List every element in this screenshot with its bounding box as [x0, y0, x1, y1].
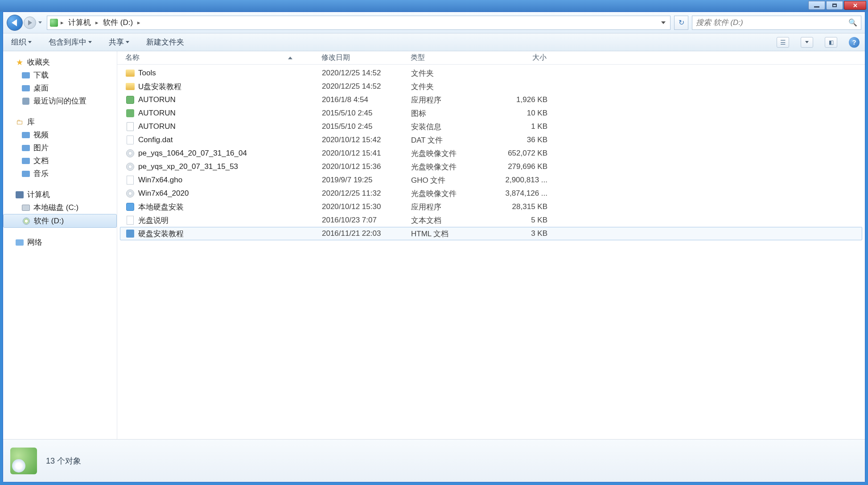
recent-icon: [22, 98, 29, 105]
search-box[interactable]: 🔍: [692, 16, 861, 30]
file-row[interactable]: U盘安装教程2020/12/25 14:52文件夹: [120, 80, 862, 93]
include-in-library-button[interactable]: 包含到库中: [46, 35, 95, 49]
file-type-cell: HTML 文档: [406, 229, 495, 239]
file-name-cell: U盘安装教程: [120, 82, 317, 92]
title-bar[interactable]: ✕: [0, 0, 868, 12]
view-mode-button[interactable]: ☰: [777, 37, 789, 48]
forward-arrow-icon: [28, 20, 32, 25]
sidebar-desktop[interactable]: 桌面: [3, 82, 117, 95]
chevron-down-icon: [126, 41, 129, 43]
file-rows[interactable]: Tools2020/12/25 14:52文件夹U盘安装教程2020/12/25…: [117, 65, 865, 439]
sidebar-videos[interactable]: 视频: [3, 128, 117, 141]
music-icon: [22, 171, 30, 177]
search-icon: 🔍: [848, 18, 857, 27]
file-name-cell: Config.dat: [120, 136, 317, 144]
details-drive-icon: [10, 448, 37, 474]
file-type-icon: [126, 122, 135, 131]
file-type-icon: [126, 202, 135, 211]
file-date-cell: 2020/12/25 14:52: [317, 69, 406, 78]
breadcrumb-computer[interactable]: 计算机: [66, 16, 93, 29]
file-row[interactable]: 本地硬盘安装2020/10/12 15:30应用程序28,315 KB: [120, 200, 862, 214]
sidebar-music[interactable]: 音乐: [3, 167, 117, 180]
close-button[interactable]: ✕: [844, 1, 866, 10]
downloads-icon: [22, 72, 30, 78]
chevron-down-icon: [805, 41, 809, 43]
file-type-icon: [126, 229, 135, 238]
maximize-button[interactable]: [826, 1, 843, 10]
nav-history-dropdown[interactable]: [37, 21, 43, 24]
drive-icon: [22, 205, 30, 211]
file-row[interactable]: Win7x64.gho2019/9/7 19:25GHO 文件2,900,813…: [120, 173, 862, 187]
file-name-label: AUTORUN: [138, 122, 176, 131]
network-group: 网络: [3, 236, 117, 249]
back-button[interactable]: [7, 15, 23, 31]
file-name-cell: AUTORUN: [120, 109, 317, 118]
breadcrumb-separator: ▸: [136, 19, 141, 26]
file-row[interactable]: pe_yqs_1064_20_07_31_16_042020/10/12 15:…: [120, 147, 862, 160]
column-header-name[interactable]: 名称: [120, 51, 316, 64]
preview-pane-icon: ◧: [829, 39, 834, 45]
column-header-type[interactable]: 类型: [405, 51, 494, 64]
computer-icon: [16, 191, 24, 198]
file-row[interactable]: pe_yqs_xp_20_07_31_15_532020/10/12 15:36…: [120, 160, 862, 173]
file-date-cell: 2016/1/8 4:54: [317, 95, 406, 104]
address-dropdown[interactable]: [658, 16, 667, 29]
file-size-cell: 3 KB: [495, 229, 553, 238]
minimize-button[interactable]: [808, 1, 825, 10]
share-button[interactable]: 共享: [106, 35, 132, 49]
desktop-icon: [22, 85, 30, 91]
sidebar-downloads[interactable]: 下载: [3, 69, 117, 82]
maximize-icon: [832, 4, 837, 7]
file-type-icon: [126, 216, 135, 225]
file-row[interactable]: 光盘说明2016/10/23 7:07文本文档5 KB: [120, 214, 862, 227]
file-type-cell: 应用程序: [406, 202, 495, 212]
sidebar-drive-c[interactable]: 本地磁盘 (C:): [3, 201, 117, 214]
file-row[interactable]: Config.dat2020/10/12 15:42DAT 文件36 KB: [120, 133, 862, 147]
file-date-cell: 2020/10/12 15:30: [317, 202, 406, 211]
organize-button[interactable]: 组织: [8, 35, 34, 49]
refresh-button[interactable]: ↻: [674, 16, 688, 30]
breadcrumb-drive-d[interactable]: 软件 (D:): [101, 16, 135, 29]
file-name-label: U盘安装教程: [138, 82, 181, 92]
sidebar-computer[interactable]: 计算机: [3, 188, 117, 201]
file-name-label: pe_yqs_1064_20_07_31_16_04: [138, 149, 247, 158]
file-name-cell: AUTORUN: [120, 95, 317, 104]
sidebar-libraries[interactable]: 🗀库: [3, 115, 117, 128]
file-size-cell: 36 KB: [495, 136, 553, 144]
file-type-icon: [126, 109, 135, 118]
sidebar-favorites[interactable]: ★收藏夹: [3, 56, 117, 69]
file-row[interactable]: Win7x64_20202020/12/25 11:32光盘映像文件3,874,…: [120, 187, 862, 200]
preview-pane-button[interactable]: ◧: [825, 37, 837, 48]
sidebar-network[interactable]: 网络: [3, 236, 117, 249]
file-name-cell: Tools: [120, 69, 317, 78]
file-type-icon: [126, 136, 135, 144]
forward-button[interactable]: [24, 16, 36, 29]
file-row[interactable]: AUTORUN2016/1/8 4:54应用程序1,926 KB: [120, 93, 862, 107]
file-name-cell: 本地硬盘安装: [120, 202, 317, 212]
column-header-size[interactable]: 大小: [494, 51, 552, 64]
file-row[interactable]: 硬盘安装教程2016/11/21 22:03HTML 文档3 KB: [120, 227, 862, 240]
file-date-cell: 2015/5/10 2:45: [317, 122, 406, 131]
file-size-cell: 652,072 KB: [495, 149, 553, 158]
help-button[interactable]: ?: [849, 37, 860, 48]
file-row[interactable]: AUTORUN2015/5/10 2:45图标10 KB: [120, 107, 862, 120]
file-row[interactable]: AUTORUN2015/5/10 2:45安装信息1 KB: [120, 120, 862, 133]
sidebar-documents[interactable]: 文档: [3, 154, 117, 167]
file-type-icon: [126, 82, 135, 91]
new-folder-button[interactable]: 新建文件夹: [144, 35, 187, 49]
file-type-cell: 文件夹: [406, 68, 495, 78]
file-name-label: 硬盘安装教程: [138, 229, 184, 239]
column-header-date[interactable]: 修改日期: [316, 51, 405, 64]
sidebar-recent[interactable]: 最近访问的位置: [3, 95, 117, 107]
view-dropdown-button[interactable]: [801, 37, 813, 48]
file-row[interactable]: Tools2020/12/25 14:52文件夹: [120, 66, 862, 80]
file-type-icon: [126, 176, 135, 185]
favorites-group: ★收藏夹 下载 桌面 最近访问的位置: [3, 56, 117, 107]
sidebar-drive-d[interactable]: 软件 (D:): [3, 214, 117, 228]
search-input[interactable]: [696, 18, 846, 27]
file-list-area: 名称 修改日期 类型 大小 Tools2020/12/25 14:52文件夹U盘…: [117, 51, 865, 439]
address-bar[interactable]: ▸ 计算机 ▸ 软件 (D:) ▸: [47, 16, 671, 30]
sidebar-pictures[interactable]: 图片: [3, 141, 117, 154]
column-headers: 名称 修改日期 类型 大小: [117, 51, 865, 65]
documents-icon: [22, 158, 30, 164]
